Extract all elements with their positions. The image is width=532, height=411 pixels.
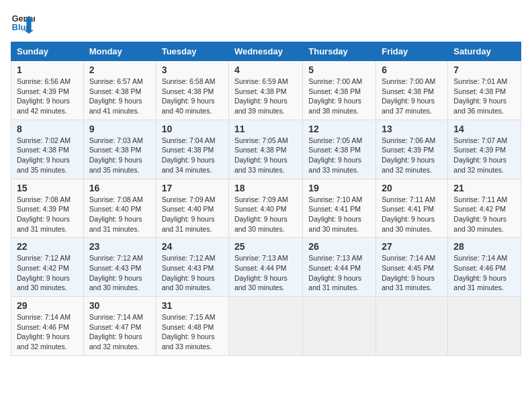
day-detail: Sunrise: 7:08 AMSunset: 4:39 PMDaylight:… <box>17 195 78 234</box>
day-detail: Sunrise: 7:05 AMSunset: 4:38 PMDaylight:… <box>308 136 370 175</box>
day-number: 23 <box>89 241 150 252</box>
calendar-cell: 4Sunrise: 6:59 AMSunset: 4:38 PMDaylight… <box>228 61 302 120</box>
week-row-3: 15Sunrise: 7:08 AMSunset: 4:39 PMDayligh… <box>11 179 521 238</box>
day-number: 12 <box>308 124 370 134</box>
day-number: 24 <box>162 241 223 252</box>
col-header-friday: Friday <box>376 42 448 61</box>
day-number: 1 <box>17 64 78 75</box>
day-number: 27 <box>382 241 442 252</box>
day-detail: Sunrise: 7:06 AMSunset: 4:39 PMDaylight:… <box>382 136 442 175</box>
day-detail: Sunrise: 6:58 AMSunset: 4:38 PMDaylight:… <box>162 77 223 116</box>
week-row-4: 22Sunrise: 7:12 AMSunset: 4:42 PMDayligh… <box>11 238 521 297</box>
calendar-cell: 5Sunrise: 7:00 AMSunset: 4:38 PMDaylight… <box>303 61 376 120</box>
day-detail: Sunrise: 7:04 AMSunset: 4:38 PMDaylight:… <box>162 136 223 175</box>
calendar-cell: 10Sunrise: 7:04 AMSunset: 4:38 PMDayligh… <box>156 120 228 179</box>
day-detail: Sunrise: 7:14 AMSunset: 4:46 PMDaylight:… <box>453 253 515 293</box>
day-detail: Sunrise: 7:11 AMSunset: 4:41 PMDaylight:… <box>382 195 442 234</box>
day-number: 5 <box>308 64 370 75</box>
day-detail: Sunrise: 7:03 AMSunset: 4:38 PMDaylight:… <box>89 136 150 175</box>
calendar-cell: 13Sunrise: 7:06 AMSunset: 4:39 PMDayligh… <box>376 120 448 179</box>
calendar-cell: 8Sunrise: 7:02 AMSunset: 4:38 PMDaylight… <box>11 120 84 179</box>
day-number: 6 <box>382 64 442 75</box>
day-detail: Sunrise: 6:59 AMSunset: 4:38 PMDaylight:… <box>234 77 297 116</box>
day-detail: Sunrise: 7:09 AMSunset: 4:40 PMDaylight:… <box>234 195 297 234</box>
day-detail: Sunrise: 7:14 AMSunset: 4:47 PMDaylight:… <box>89 312 150 352</box>
day-number: 9 <box>89 124 150 134</box>
day-number: 26 <box>308 241 370 252</box>
day-detail: Sunrise: 7:13 AMSunset: 4:44 PMDaylight:… <box>308 253 370 293</box>
col-header-saturday: Saturday <box>448 42 521 61</box>
day-detail: Sunrise: 6:56 AMSunset: 4:39 PMDaylight:… <box>17 77 78 116</box>
day-detail: Sunrise: 7:08 AMSunset: 4:40 PMDaylight:… <box>89 195 150 234</box>
col-header-thursday: Thursday <box>303 42 376 61</box>
day-number: 4 <box>234 64 297 75</box>
calendar-cell: 30Sunrise: 7:14 AMSunset: 4:47 PMDayligh… <box>83 297 156 356</box>
calendar-cell: 23Sunrise: 7:12 AMSunset: 4:43 PMDayligh… <box>83 238 156 297</box>
calendar-cell: 19Sunrise: 7:10 AMSunset: 4:41 PMDayligh… <box>303 179 376 238</box>
day-number: 25 <box>234 241 297 252</box>
calendar-cell: 14Sunrise: 7:07 AMSunset: 4:39 PMDayligh… <box>448 120 521 179</box>
day-number: 17 <box>162 183 223 193</box>
calendar-cell: 25Sunrise: 7:13 AMSunset: 4:44 PMDayligh… <box>228 238 302 297</box>
calendar-cell: 2Sunrise: 6:57 AMSunset: 4:38 PMDaylight… <box>83 61 156 120</box>
col-header-sunday: Sunday <box>11 42 84 61</box>
calendar-cell: 15Sunrise: 7:08 AMSunset: 4:39 PMDayligh… <box>11 179 84 238</box>
day-number: 22 <box>17 241 78 252</box>
calendar-cell: 24Sunrise: 7:12 AMSunset: 4:43 PMDayligh… <box>156 238 228 297</box>
day-number: 11 <box>234 124 297 134</box>
day-detail: Sunrise: 7:01 AMSunset: 4:38 PMDaylight:… <box>453 77 515 116</box>
day-detail: Sunrise: 7:13 AMSunset: 4:44 PMDaylight:… <box>234 253 297 293</box>
day-number: 21 <box>453 183 515 193</box>
day-number: 29 <box>17 300 78 311</box>
calendar-cell: 28Sunrise: 7:14 AMSunset: 4:46 PMDayligh… <box>448 238 521 297</box>
day-detail: Sunrise: 7:00 AMSunset: 4:38 PMDaylight:… <box>382 77 442 116</box>
day-detail: Sunrise: 7:12 AMSunset: 4:43 PMDaylight:… <box>89 253 150 293</box>
day-number: 19 <box>308 183 370 193</box>
calendar-cell: 6Sunrise: 7:00 AMSunset: 4:38 PMDaylight… <box>376 61 448 120</box>
calendar-cell: 27Sunrise: 7:14 AMSunset: 4:45 PMDayligh… <box>376 238 448 297</box>
day-number: 31 <box>162 300 223 311</box>
calendar-cell <box>303 297 376 356</box>
calendar-cell: 21Sunrise: 7:11 AMSunset: 4:42 PMDayligh… <box>448 179 521 238</box>
week-row-5: 29Sunrise: 7:14 AMSunset: 4:46 PMDayligh… <box>11 297 521 356</box>
col-header-monday: Monday <box>83 42 156 61</box>
calendar-cell: 11Sunrise: 7:05 AMSunset: 4:38 PMDayligh… <box>228 120 302 179</box>
day-number: 2 <box>89 64 150 75</box>
day-number: 20 <box>382 183 442 193</box>
calendar-cell: 17Sunrise: 7:09 AMSunset: 4:40 PMDayligh… <box>156 179 228 238</box>
calendar-cell: 16Sunrise: 7:08 AMSunset: 4:40 PMDayligh… <box>83 179 156 238</box>
calendar-cell: 3Sunrise: 6:58 AMSunset: 4:38 PMDaylight… <box>156 61 228 120</box>
day-detail: Sunrise: 7:00 AMSunset: 4:38 PMDaylight:… <box>308 77 370 116</box>
day-detail: Sunrise: 7:10 AMSunset: 4:41 PMDaylight:… <box>308 195 370 234</box>
calendar-cell: 9Sunrise: 7:03 AMSunset: 4:38 PMDaylight… <box>83 120 156 179</box>
day-detail: Sunrise: 7:05 AMSunset: 4:38 PMDaylight:… <box>234 136 297 175</box>
day-number: 28 <box>453 241 515 252</box>
calendar-cell: 1Sunrise: 6:56 AMSunset: 4:39 PMDaylight… <box>11 61 84 120</box>
day-detail: Sunrise: 7:15 AMSunset: 4:48 PMDaylight:… <box>162 312 223 352</box>
page-header: General Blue <box>11 11 521 35</box>
calendar-cell <box>448 297 521 356</box>
calendar-cell: 22Sunrise: 7:12 AMSunset: 4:42 PMDayligh… <box>11 238 84 297</box>
day-number: 13 <box>382 124 442 134</box>
col-header-wednesday: Wednesday <box>228 42 302 61</box>
calendar-cell: 31Sunrise: 7:15 AMSunset: 4:48 PMDayligh… <box>156 297 228 356</box>
calendar-cell <box>228 297 302 356</box>
day-detail: Sunrise: 7:02 AMSunset: 4:38 PMDaylight:… <box>17 136 78 175</box>
week-row-2: 8Sunrise: 7:02 AMSunset: 4:38 PMDaylight… <box>11 120 521 179</box>
day-number: 7 <box>453 64 515 75</box>
calendar-cell: 18Sunrise: 7:09 AMSunset: 4:40 PMDayligh… <box>228 179 302 238</box>
calendar-cell: 20Sunrise: 7:11 AMSunset: 4:41 PMDayligh… <box>376 179 448 238</box>
day-detail: Sunrise: 7:11 AMSunset: 4:42 PMDaylight:… <box>453 195 515 234</box>
day-detail: Sunrise: 7:07 AMSunset: 4:39 PMDaylight:… <box>453 136 515 175</box>
calendar-cell: 7Sunrise: 7:01 AMSunset: 4:38 PMDaylight… <box>448 61 521 120</box>
day-detail: Sunrise: 7:09 AMSunset: 4:40 PMDaylight:… <box>162 195 223 234</box>
day-number: 18 <box>234 183 297 193</box>
day-number: 3 <box>162 64 223 75</box>
day-number: 30 <box>89 300 150 311</box>
day-number: 14 <box>453 124 515 134</box>
day-detail: Sunrise: 7:12 AMSunset: 4:43 PMDaylight:… <box>162 253 223 293</box>
logo-icon: General Blue <box>11 11 35 35</box>
calendar-table: SundayMondayTuesdayWednesdayThursdayFrid… <box>11 42 521 356</box>
calendar-cell <box>376 297 448 356</box>
day-number: 8 <box>17 124 78 134</box>
